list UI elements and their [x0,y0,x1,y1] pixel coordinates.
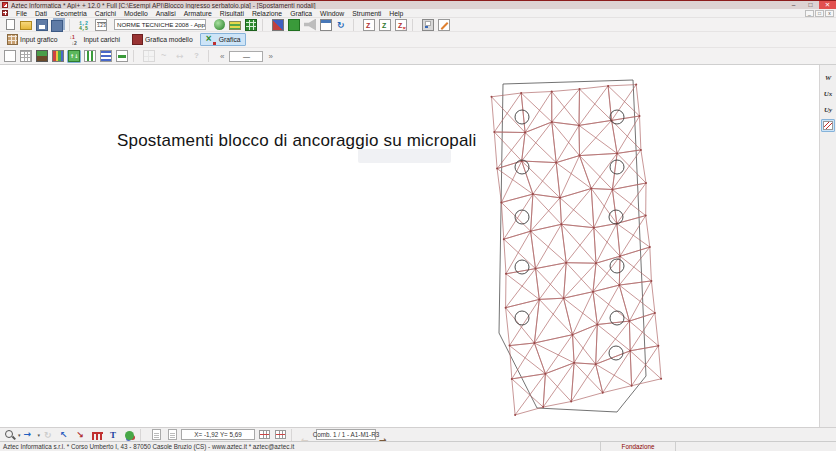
soil-layers-button[interactable] [228,18,242,31]
table-button[interactable] [142,50,156,63]
menu-strumenti[interactable]: Strumenti [348,9,385,18]
copy-page-button[interactable] [165,428,179,441]
export-z-green-button[interactable] [378,18,392,31]
grafica-button[interactable]: Grafica [200,33,246,46]
material-button[interactable] [287,18,301,31]
uy-component-button[interactable]: Uy [821,103,835,116]
piles-view-button[interactable] [83,50,97,63]
input-carichi-button[interactable]: Input carichi [64,33,125,46]
input-loads-icon [69,34,81,46]
menu-modello[interactable]: Modello [120,9,152,18]
grafica-modello-button[interactable]: Grafica modello [127,33,198,46]
menu-help[interactable]: Help [385,9,407,18]
results-grid-button[interactable] [244,18,258,31]
next-combination-button[interactable] [378,428,392,441]
colormap-view-button[interactable] [51,50,65,63]
print-button[interactable] [421,18,435,31]
mesh-view-button[interactable] [19,50,33,63]
save-all-button[interactable] [51,18,65,31]
input-grafico-button[interactable]: Input grafico [2,33,62,46]
table-small-button-2[interactable] [273,428,287,441]
menu-armature[interactable]: Armature [180,9,216,18]
legend-bar-button[interactable] [115,50,129,63]
mdi-close-button[interactable]: x [825,10,834,17]
rotate-tool-button[interactable] [42,428,56,441]
input-grid-icon [7,34,18,45]
menu-file[interactable]: File [12,9,31,18]
select-tool-button[interactable] [58,428,72,441]
analysis-button[interactable] [212,18,226,31]
pinwheel-button[interactable] [271,18,285,31]
displacement-view-button[interactable] [67,50,81,63]
w-component-button[interactable]: W [821,71,835,84]
mesh-grid-icon [20,50,32,62]
render-tool-button[interactable] [122,428,136,441]
page-icon [168,429,177,440]
export-z-delete-button[interactable] [394,18,408,31]
prev-page-button[interactable]: « [217,50,227,63]
dart-tool-button[interactable] [74,428,88,441]
export-window-button[interactable] [319,18,333,31]
separator [140,429,145,441]
norms-selector[interactable]: NORME TECNICHE 2008 - Approccio 2 ▾ [114,19,206,30]
separator [69,19,74,31]
separator [353,19,358,31]
piles-columns-icon [84,50,96,62]
stacked-bars-button[interactable] [99,50,113,63]
menu-carichi[interactable]: Carichi [91,9,120,18]
next-page-button[interactable]: » [265,50,275,63]
comb-tool-button[interactable] [90,428,104,441]
prev-combination-button[interactable] [300,428,314,441]
menu-analisi[interactable]: Analisi [152,9,180,18]
menu-geometria[interactable]: Geometria [51,9,91,18]
application-window: Aztec Informatica * Api+ + 12.0 * Full [… [0,0,836,451]
blank-view-button[interactable] [3,50,17,63]
menu-relazione[interactable]: Relazione [248,9,286,18]
dart-icon [75,429,87,441]
snapshot-button[interactable] [149,428,163,441]
pinwheel-icon [272,19,284,31]
mdi-restore-button[interactable]: □ [815,10,824,17]
export-z-button[interactable] [362,18,376,31]
open-file-button[interactable] [19,18,33,31]
separator [291,429,296,441]
layers-view-button[interactable] [35,50,49,63]
material-icon [288,19,300,31]
dimension-button[interactable] [174,50,188,63]
menu-bar: File Dati Geometria Carichi Modello Anal… [0,9,836,18]
model-graphics-icon [132,34,143,45]
mini-table-icon [259,430,270,439]
import-values-button[interactable] [78,18,92,31]
pan-dropdown-caret[interactable]: ▾ [38,432,41,438]
mesh-svg [0,65,819,427]
table-small-button-1[interactable] [257,428,271,441]
cursor-icon [59,429,71,441]
drawing-canvas[interactable]: Spostamenti blocco di ancoraggio su micr… [0,65,819,427]
edit-report-button[interactable] [437,18,451,31]
zoom-dropdown-caret[interactable]: ▾ [18,432,21,438]
separator [262,19,267,31]
new-file-button[interactable] [3,18,17,31]
units-button[interactable] [94,18,108,31]
mdi-minimize-button[interactable]: _ [805,10,814,17]
save-button[interactable] [35,18,49,31]
views-toolbar: Input grafico Input carichi Grafica mode… [0,32,836,48]
company-info: Aztec Informatica s.r.l. * Corso Umberto… [0,442,600,451]
text-tool-button[interactable]: T [106,428,120,441]
stacked-bars-icon [100,50,112,62]
menu-risultati[interactable]: Risultati [216,9,248,18]
menu-dati[interactable]: Dati [31,9,51,18]
menu-grafica[interactable]: Grafica [286,9,316,18]
pan-tool-button[interactable] [23,428,37,441]
refresh-button[interactable] [335,18,349,31]
help-button[interactable] [190,50,204,63]
curve-button[interactable] [158,50,172,63]
coordinates-readout: X= -1,92 Y= 5,69 [181,429,255,440]
sound-button[interactable] [303,18,317,31]
ux-component-button[interactable]: Ux [821,87,835,100]
deformed-shape-button[interactable] [821,119,835,132]
zoom-tool-button[interactable] [3,428,17,441]
open-file-icon [20,21,32,30]
menu-window[interactable]: Window [316,9,348,18]
page-field[interactable]: — [229,51,263,62]
